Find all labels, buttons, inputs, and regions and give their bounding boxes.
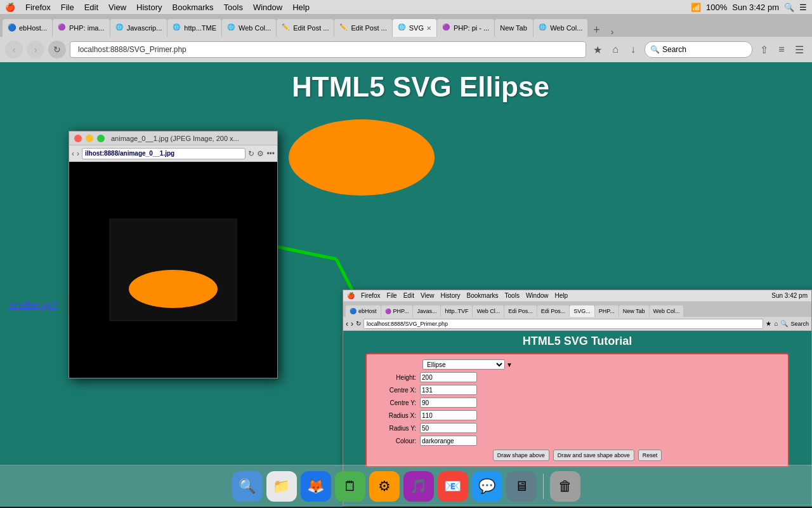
clock: Sun 3:42 pm bbox=[732, 3, 779, 12]
apple-menu[interactable]: 🍎 bbox=[5, 3, 15, 12]
menu-help[interactable]: Help bbox=[292, 3, 310, 12]
nested-home[interactable]: ⌂ bbox=[774, 320, 778, 327]
nested-tab-9[interactable]: New Tab bbox=[619, 305, 649, 317]
nested-search-icon: 🔍 bbox=[780, 320, 788, 327]
menu-history[interactable]: History bbox=[136, 3, 162, 12]
nested-tab-10[interactable]: Web Col... bbox=[650, 305, 684, 317]
nested-rx-label: Radius X: bbox=[372, 412, 416, 419]
traffic-light-red[interactable] bbox=[74, 135, 82, 142]
traffic-light-green[interactable] bbox=[97, 135, 105, 142]
bookmark-icon[interactable]: ★ bbox=[590, 44, 605, 56]
nested-tab-4[interactable]: Web Cl... bbox=[473, 305, 504, 317]
dock-icon-5[interactable]: ⚙ bbox=[369, 471, 400, 502]
tab-6[interactable]: ✏️ Edit Post ... bbox=[334, 19, 391, 37]
nested-forward[interactable]: › bbox=[351, 319, 353, 328]
nested-draw-save-button[interactable]: Draw and save shape above bbox=[553, 450, 634, 461]
tab-9[interactable]: New Tab bbox=[495, 19, 533, 37]
tab-3[interactable]: 🌐 http...TME bbox=[167, 19, 221, 37]
nested-shape-select[interactable]: Ellipse bbox=[422, 359, 505, 370]
tab-0[interactable]: 🔵 ebHost... bbox=[3, 19, 52, 37]
inner-refresh-button[interactable]: ↻ bbox=[248, 149, 254, 158]
inner-forward-button[interactable]: › bbox=[77, 149, 79, 158]
download-icon[interactable]: ↓ bbox=[625, 44, 641, 55]
reload-button[interactable]: ↻ bbox=[48, 41, 66, 58]
share-icon[interactable]: ⇧ bbox=[756, 44, 771, 56]
nested-cy-input[interactable] bbox=[420, 398, 477, 408]
nested-bookmark[interactable]: ★ bbox=[766, 320, 771, 327]
tab-5[interactable]: ✏️ Edit Post ... bbox=[277, 19, 334, 37]
right-toolbar-icons: ⇧ ≡ ☰ bbox=[756, 44, 807, 56]
reader-icon[interactable]: ≡ bbox=[774, 44, 789, 55]
inner-browser-title: animage_0__1.jpg (JPEG Image, 200 x... bbox=[111, 135, 239, 142]
nested-tab-1[interactable]: 🟣PHP... bbox=[381, 305, 413, 317]
tab-scroll-right[interactable]: › bbox=[606, 27, 619, 37]
dock-icon-9[interactable]: 🖥 bbox=[506, 471, 537, 502]
nested-back[interactable]: ‹ bbox=[346, 319, 348, 328]
tab-label-1: PHP: ima... bbox=[69, 24, 105, 32]
nested-tab-8[interactable]: PHP... bbox=[595, 305, 619, 317]
inner-menu-button[interactable]: ⚙ bbox=[257, 149, 264, 158]
tab-4[interactable]: 🌐 Web Col... bbox=[222, 19, 276, 37]
nested-cx-row: Centre X: bbox=[372, 385, 783, 395]
nested-tab-0[interactable]: 🔵ebHost bbox=[346, 305, 381, 317]
nested-rx-input[interactable] bbox=[420, 410, 477, 420]
dock-icon-6[interactable]: 🎵 bbox=[403, 471, 434, 502]
menu-bookmarks[interactable]: Bookmarks bbox=[173, 3, 214, 12]
nested-height-input[interactable] bbox=[420, 372, 477, 382]
dock-icon-3[interactable]: 🦊 bbox=[301, 471, 331, 502]
list-icon[interactable]: ☰ bbox=[799, 3, 807, 12]
tab-2[interactable]: 🌐 Javascrip... bbox=[110, 19, 167, 37]
dock-icon-2[interactable]: 📁 bbox=[266, 471, 297, 502]
new-tab-button[interactable]: + bbox=[588, 23, 605, 37]
nested-tab-7[interactable]: SVG... bbox=[570, 305, 594, 317]
nested-cx-label: Centre X: bbox=[372, 387, 416, 394]
inner-ellipsis[interactable]: ••• bbox=[266, 149, 275, 158]
nested-tab-5[interactable]: Edi Pos... bbox=[504, 305, 537, 317]
address-bar[interactable]: localhost:8888/SVG_Primer.php bbox=[70, 41, 586, 58]
home-icon[interactable]: ⌂ bbox=[608, 44, 623, 55]
tab-1[interactable]: 🟣 PHP: ima... bbox=[53, 19, 110, 37]
tab-10[interactable]: 🌐 Web Col... bbox=[534, 19, 587, 37]
dock-icon-trash[interactable]: 🗑 bbox=[550, 471, 580, 502]
tab-8[interactable]: 🟣 PHP: pi - ... bbox=[437, 19, 494, 37]
inner-back-button[interactable]: ‹ bbox=[72, 149, 74, 158]
nested-reload[interactable]: ↻ bbox=[356, 320, 361, 327]
back-button[interactable]: ‹ bbox=[5, 41, 23, 58]
nested-height-label: Height: bbox=[372, 374, 416, 381]
menu-firefox[interactable]: Firefox bbox=[25, 3, 51, 12]
tab-label-3: http...TME bbox=[184, 24, 216, 32]
menu-file[interactable]: File bbox=[61, 3, 74, 12]
menu-view[interactable]: View bbox=[108, 3, 126, 12]
search-box[interactable]: 🔍 Search bbox=[645, 41, 752, 58]
tab-label-6: Edit Post ... bbox=[351, 24, 386, 32]
tab-close-7[interactable]: ✕ bbox=[426, 25, 431, 32]
tab-favicon-1: 🟣 bbox=[58, 23, 67, 32]
forward-button[interactable]: › bbox=[27, 41, 44, 58]
nested-shape-row: Ellipse ▼ bbox=[372, 359, 783, 370]
menu-icon[interactable]: ☰ bbox=[792, 44, 807, 56]
nested-draw-button[interactable]: Draw shape above bbox=[493, 450, 549, 461]
nested-tab-6[interactable]: Edi Pos... bbox=[537, 305, 570, 317]
nested-address-bar[interactable]: localhost:8888/SVG_Primer.php bbox=[363, 319, 763, 329]
nested-cx-input[interactable] bbox=[420, 385, 477, 395]
dock-icon-7[interactable]: 📧 bbox=[438, 471, 468, 502]
search-menu-icon[interactable]: 🔍 bbox=[784, 3, 794, 12]
dock-icon-8[interactable]: 💬 bbox=[472, 471, 502, 502]
menu-tools[interactable]: Tools bbox=[224, 3, 243, 12]
menu-window[interactable]: Window bbox=[253, 3, 282, 12]
traffic-light-yellow[interactable] bbox=[86, 135, 93, 142]
dock-icon-1[interactable]: 🔍 bbox=[232, 471, 263, 502]
nested-colour-input[interactable] bbox=[420, 436, 477, 446]
dock-icon-4[interactable]: 🗒 bbox=[335, 471, 365, 502]
nested-reset-button[interactable]: Reset bbox=[638, 450, 662, 461]
inner-address-bar[interactable]: ilhost:8888/animage_0__1.jpg bbox=[82, 148, 246, 159]
nested-tab-3[interactable]: http..TVF bbox=[441, 305, 472, 317]
dock: 🔍 📁 🦊 🗒 ⚙ 🎵 📧 💬 🖥 🗑 bbox=[0, 465, 812, 507]
another-go-link[interactable]: Another go? bbox=[9, 300, 57, 310]
inner-address-text: ilhost:8888/animage_0__1.jpg bbox=[85, 150, 174, 157]
tab-7[interactable]: 🌐 SVG ✕ bbox=[393, 19, 436, 37]
nested-tab-2[interactable]: Javas... bbox=[413, 305, 440, 317]
nested-ry-input[interactable] bbox=[420, 423, 477, 433]
search-icon: 🔍 bbox=[650, 45, 660, 54]
menu-edit[interactable]: Edit bbox=[84, 3, 98, 12]
